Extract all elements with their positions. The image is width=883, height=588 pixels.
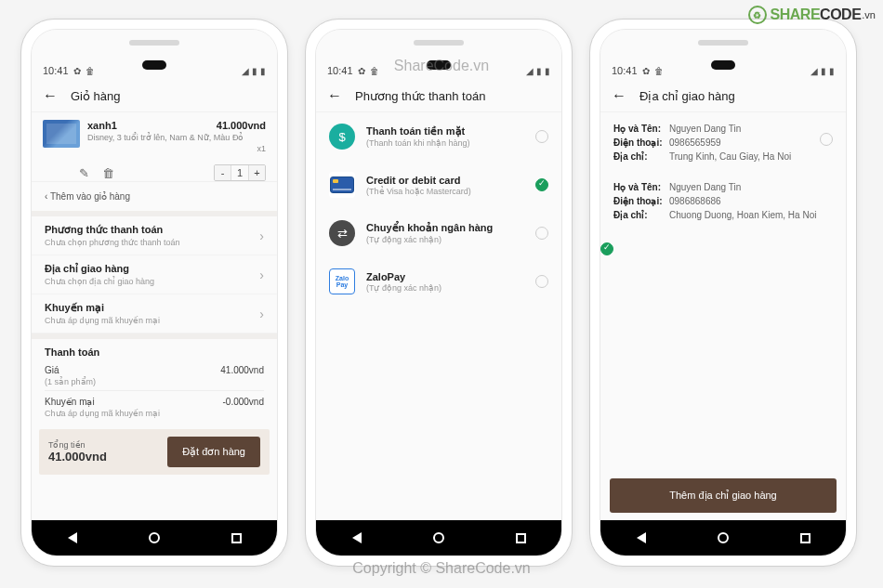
qty-stepper: - 1 + bbox=[214, 164, 266, 181]
addr-phone: 0986565959 bbox=[669, 137, 721, 148]
radio-unchecked[interactable] bbox=[535, 227, 548, 240]
addr-name: Nguyen Dang Tin bbox=[669, 182, 741, 192]
label-phone: Điện thoại: bbox=[613, 137, 669, 148]
payment-method-card[interactable]: Credit or debit card (Thẻ Visa hoặc Mast… bbox=[316, 161, 561, 209]
option-title: Phương thức thanh toán bbox=[45, 224, 180, 236]
addr-text: Trung Kinh, Cau Giay, Ha Noi bbox=[669, 151, 791, 162]
summary-price-value: 41.000vnd bbox=[220, 365, 264, 375]
phone-camera bbox=[711, 60, 735, 70]
watermark-bottom: Copyright © ShareCode.vn bbox=[352, 560, 530, 577]
brand-code-text: CODE bbox=[820, 7, 861, 23]
phone-speaker bbox=[129, 40, 179, 46]
address-item-1[interactable]: Họ và Tên:Nguyen Dang Tin Điện thoại:098… bbox=[600, 112, 846, 171]
radio-unchecked[interactable] bbox=[820, 133, 833, 146]
radio-unchecked[interactable] bbox=[535, 275, 548, 288]
android-nav-bar bbox=[600, 520, 846, 555]
option-title: Địa chỉ giao hàng bbox=[45, 263, 154, 275]
addr-phone: 0986868686 bbox=[669, 196, 721, 206]
header-title: Địa chỉ giao hàng bbox=[639, 89, 735, 103]
summary-promo-value: -0.000vnd bbox=[223, 397, 264, 407]
nav-back-icon[interactable] bbox=[352, 532, 362, 543]
gear-icon: ✿ bbox=[358, 66, 365, 76]
option-shipping-address[interactable]: Địa chỉ giao hàng Chưa chọn địa chỉ giao… bbox=[32, 255, 277, 294]
gear-icon: ✿ bbox=[73, 66, 81, 76]
summary-head: Thanh toán bbox=[45, 346, 264, 358]
place-order-button[interactable]: Đặt đơn hàng bbox=[167, 437, 260, 467]
wifi-icon: ◢ bbox=[811, 66, 818, 76]
payment-method-cash[interactable]: $ Thanh toán tiền mặt (Thanh toán khi nh… bbox=[316, 112, 561, 161]
cart-item: xanh1 41.000vnd Disney, 3 tuổi trở lên, … bbox=[32, 112, 277, 161]
qty-plus-button[interactable]: + bbox=[248, 165, 265, 180]
nav-home-icon[interactable] bbox=[433, 532, 444, 543]
pay-sub: (Tự động xác nhận) bbox=[366, 283, 524, 293]
label-name: Họ và Tên: bbox=[613, 124, 669, 134]
back-arrow-icon[interactable]: ← bbox=[43, 87, 58, 104]
nav-home-icon[interactable] bbox=[718, 532, 729, 543]
status-time: 10:41 bbox=[43, 65, 69, 76]
signal-icon: ▮ bbox=[536, 66, 542, 76]
qty-minus-button[interactable]: - bbox=[215, 165, 231, 180]
chevron-right-icon: › bbox=[259, 307, 264, 321]
phone-address: 10:41 ✿ 🗑 ◢ ▮ ▮ ← Địa chỉ giao hàng Họ v… bbox=[589, 19, 857, 567]
option-sub: Chưa chọn phương thức thanh toán bbox=[45, 238, 180, 247]
nav-recent-icon[interactable] bbox=[516, 533, 526, 543]
gear-icon: ✿ bbox=[642, 66, 650, 76]
payment-method-bank[interactable]: ⇄ Chuyển khoản ngân hàng (Tự động xác nh… bbox=[316, 209, 561, 257]
status-time: 10:41 bbox=[612, 65, 638, 76]
signal-icon: ▮ bbox=[252, 66, 257, 76]
option-sub: Chưa áp dụng mã khuyến mại bbox=[45, 316, 160, 325]
product-desc: Disney, 3 tuổi trở lên, Nam & Nữ, Màu Đỏ bbox=[87, 133, 266, 142]
radio-checked[interactable] bbox=[535, 178, 548, 191]
payment-method-zalopay[interactable]: ZaloPay ZaloPay (Tự động xác nhận) bbox=[316, 257, 561, 306]
edit-icon[interactable]: ✎ bbox=[76, 165, 91, 180]
radio-unchecked[interactable] bbox=[535, 130, 548, 143]
nav-recent-icon[interactable] bbox=[800, 533, 811, 543]
nav-home-icon[interactable] bbox=[149, 532, 160, 543]
phone-speaker bbox=[698, 40, 748, 46]
product-name: xanh1 bbox=[87, 120, 117, 131]
add-address-button[interactable]: Thêm địa chỉ giao hàng bbox=[610, 478, 837, 513]
addr-text: Chuong Duong, Hoan Kiem, Ha Noi bbox=[669, 210, 816, 220]
total-bar: Tổng tiền 41.000vnd Đặt đơn hàng bbox=[39, 429, 270, 475]
status-time: 10:41 bbox=[327, 65, 353, 76]
option-promotion[interactable]: Khuyến mại Chưa áp dụng mã khuyến mại › bbox=[32, 294, 277, 333]
cash-icon: $ bbox=[329, 124, 355, 150]
bank-transfer-icon: ⇄ bbox=[329, 220, 355, 246]
radio-checked[interactable] bbox=[600, 242, 613, 255]
phone-speaker bbox=[414, 40, 464, 46]
brand-watermark: ♻ SHARE CODE .vn bbox=[748, 6, 876, 24]
trash-icon: 🗑 bbox=[86, 66, 95, 76]
nav-back-icon[interactable] bbox=[637, 532, 646, 543]
label-addr: Địa chỉ: bbox=[613, 151, 669, 162]
header-title: Phương thức thanh toán bbox=[355, 89, 485, 103]
summary-promo-sub: Chưa áp dụng mã khuyến mại bbox=[45, 409, 264, 418]
pay-sub: (Tự động xác nhận) bbox=[366, 235, 524, 244]
product-thumbnail[interactable] bbox=[43, 120, 80, 148]
label-addr: Địa chỉ: bbox=[613, 210, 669, 220]
pay-sub: (Thẻ Visa hoặc Mastercard) bbox=[366, 187, 524, 196]
app-header-address: ← Địa chỉ giao hàng bbox=[600, 80, 846, 112]
status-bar: 10:41 ✿ 🗑 ◢ ▮ ▮ bbox=[32, 30, 277, 80]
card-icon bbox=[329, 172, 355, 198]
wifi-icon: ◢ bbox=[526, 66, 534, 76]
option-payment-method[interactable]: Phương thức thanh toán Chưa chọn phương … bbox=[32, 216, 277, 255]
back-arrow-icon[interactable]: ← bbox=[612, 87, 626, 104]
battery-icon: ▮ bbox=[829, 66, 835, 76]
product-price: 41.000vnd bbox=[217, 120, 266, 131]
phone-cart: 10:41 ✿ 🗑 ◢ ▮ ▮ ← Giỏ hàng xanh1 41.000v… bbox=[20, 19, 288, 567]
delete-icon[interactable]: 🗑 bbox=[100, 165, 115, 180]
pay-sub: (Thanh toán khi nhận hàng) bbox=[366, 138, 524, 148]
nav-back-icon[interactable] bbox=[68, 532, 77, 543]
nav-recent-icon[interactable] bbox=[231, 533, 242, 543]
chevron-right-icon: › bbox=[259, 268, 264, 282]
add-more-link[interactable]: ‹ Thêm vào giỏ hàng bbox=[32, 181, 277, 211]
summary-price-sub: (1 sản phẩm) bbox=[45, 377, 264, 386]
battery-icon: ▮ bbox=[260, 66, 266, 76]
qty-value: 1 bbox=[231, 165, 248, 180]
chevron-right-icon: › bbox=[259, 229, 264, 243]
back-arrow-icon[interactable]: ← bbox=[327, 87, 342, 104]
option-sub: Chưa chọn địa chỉ giao hàng bbox=[45, 277, 154, 286]
brand-vn-text: .vn bbox=[862, 9, 876, 20]
recycle-icon: ♻ bbox=[748, 6, 767, 24]
address-item-2[interactable]: Họ và Tên:Nguyen Dang Tin Điện thoại:098… bbox=[600, 171, 846, 242]
